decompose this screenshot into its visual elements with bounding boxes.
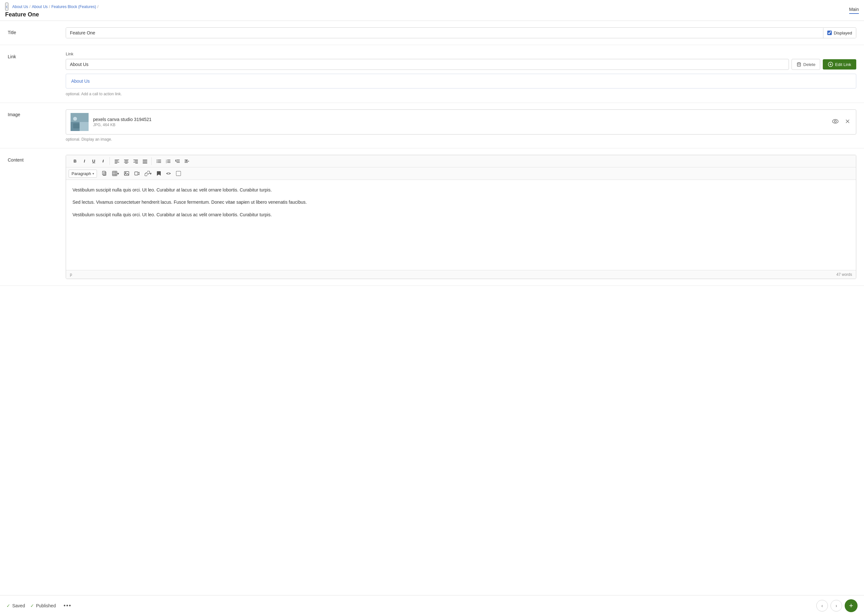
- breadcrumb-sep-2: /: [49, 5, 50, 9]
- paragraph-select[interactable]: Paragraph ▾: [69, 170, 97, 178]
- svg-rect-36: [158, 162, 161, 163]
- delete-button[interactable]: Delete: [791, 59, 820, 70]
- main-content: Title Displayed Link Link: [0, 21, 864, 616]
- image-name: pexels canva studio 3194521: [93, 117, 831, 122]
- align-right-button[interactable]: [131, 157, 140, 165]
- edit-link-button[interactable]: Edit Link: [823, 59, 856, 69]
- link-sub-label: Link: [66, 52, 856, 56]
- close-icon: [845, 119, 850, 124]
- breadcrumb-link-1[interactable]: About Us: [12, 5, 28, 9]
- code-icon: <>: [166, 171, 171, 176]
- svg-point-12: [834, 120, 836, 122]
- toolbar-align-group: [110, 157, 152, 165]
- svg-rect-38: [167, 160, 170, 160]
- svg-rect-16: [115, 160, 118, 161]
- svg-rect-29: [143, 162, 147, 162]
- svg-rect-10: [73, 123, 80, 129]
- breadcrumb-link-3[interactable]: Features Block (Features): [51, 5, 96, 9]
- saved-label: Saved: [12, 603, 25, 608]
- image-info: pexels canva studio 3194521 JPG, 464 KB: [93, 117, 831, 127]
- align-justify-button[interactable]: [140, 157, 150, 165]
- plus-circle-icon: [828, 62, 833, 67]
- title-input[interactable]: [66, 28, 823, 38]
- svg-rect-15: [115, 160, 119, 160]
- thumbnail-svg: [71, 113, 88, 131]
- align-center-button[interactable]: [122, 157, 131, 165]
- select-icon: [176, 171, 181, 176]
- svg-rect-34: [158, 161, 161, 162]
- image-remove-button[interactable]: [844, 118, 851, 126]
- svg-rect-18: [115, 163, 117, 163]
- svg-rect-25: [133, 162, 138, 162]
- add-icon: +: [849, 602, 853, 610]
- image-thumbnail: [71, 113, 88, 131]
- bookmark-button[interactable]: [154, 169, 163, 178]
- image-insert-button[interactable]: [122, 169, 131, 178]
- link-chevron-icon: ▾: [150, 172, 151, 175]
- editor-area[interactable]: Vestibulum suscipit nulla quis orci. Ut …: [66, 180, 856, 270]
- italic-button[interactable]: I: [80, 157, 89, 165]
- svg-rect-54: [112, 171, 117, 176]
- header: ‹ About Us / About Us / Features Block (…: [0, 0, 864, 21]
- align-left-button[interactable]: [112, 157, 121, 165]
- editor-tag: p: [70, 272, 72, 277]
- image-content: pexels canva studio 3194521 JPG, 464 KB: [66, 109, 856, 141]
- underline-button[interactable]: U: [89, 157, 98, 165]
- paragraph-chevron-icon: ▾: [93, 172, 94, 175]
- svg-rect-0: [797, 63, 801, 66]
- align-center-icon: [124, 159, 129, 163]
- table-icon: [112, 171, 117, 176]
- prev-icon: ‹: [821, 603, 823, 608]
- align-right-icon: [133, 159, 138, 163]
- indent-icon: [184, 159, 189, 163]
- toolbar-format-group: B I U I: [69, 157, 110, 165]
- editor-paragraph-3: Vestibulum suscipit nulla quis orci. Ut …: [73, 211, 850, 218]
- link-button[interactable]: ▾: [142, 169, 154, 178]
- prev-button[interactable]: ‹: [816, 600, 828, 611]
- align-justify-icon: [143, 159, 147, 163]
- svg-rect-42: [167, 162, 170, 163]
- svg-point-60: [125, 173, 126, 173]
- page-title: Feature One: [5, 11, 849, 18]
- breadcrumb-link-2[interactable]: About Us: [32, 5, 48, 9]
- bullet-list-button[interactable]: [154, 157, 163, 165]
- svg-rect-26: [135, 163, 138, 163]
- breadcrumb: ‹ About Us / About Us / Features Block (…: [5, 3, 849, 11]
- svg-rect-59: [125, 171, 129, 175]
- link-input[interactable]: [66, 59, 789, 70]
- add-button[interactable]: +: [845, 599, 858, 612]
- published-label: Published: [36, 603, 56, 608]
- select-button[interactable]: [173, 169, 183, 178]
- paste-button[interactable]: [99, 169, 109, 178]
- indent-button[interactable]: [182, 157, 191, 165]
- link-preview-text[interactable]: About Us: [71, 79, 90, 84]
- displayed-section: Displayed: [823, 28, 856, 38]
- image-icon: [124, 171, 129, 176]
- next-button[interactable]: ›: [831, 600, 842, 611]
- editor-paragraph-1: Vestibulum suscipit nulla quis orci. Ut …: [73, 186, 850, 193]
- more-button[interactable]: •••: [61, 601, 74, 611]
- saved-badge: ✓ Saved: [6, 603, 25, 608]
- image-preview-button[interactable]: [831, 117, 840, 127]
- svg-rect-20: [125, 160, 128, 161]
- outdent-button[interactable]: [173, 157, 182, 165]
- editor-toolbar-row2: Paragraph ▾: [66, 167, 856, 180]
- saved-check-icon: ✓: [6, 603, 10, 608]
- title-label: Title: [8, 27, 66, 35]
- svg-point-11: [832, 119, 838, 123]
- svg-rect-30: [143, 163, 147, 163]
- code-button[interactable]: <>: [164, 170, 173, 178]
- bold-button[interactable]: B: [71, 157, 80, 165]
- back-button[interactable]: ‹: [5, 3, 8, 11]
- content-label: Content: [8, 155, 66, 162]
- svg-rect-61: [135, 172, 138, 175]
- svg-point-8: [73, 117, 77, 121]
- strikethrough-button[interactable]: I: [99, 157, 107, 165]
- image-row: Image pexels canva studio: [0, 103, 864, 148]
- table-button[interactable]: ▾: [110, 169, 121, 178]
- table-chevron-icon: ▾: [117, 172, 119, 175]
- displayed-checkbox[interactable]: [827, 31, 832, 35]
- video-button[interactable]: [132, 169, 142, 178]
- numbered-list-button[interactable]: 1. 2. 3.: [164, 157, 173, 165]
- link-preview-box: About Us: [66, 74, 856, 88]
